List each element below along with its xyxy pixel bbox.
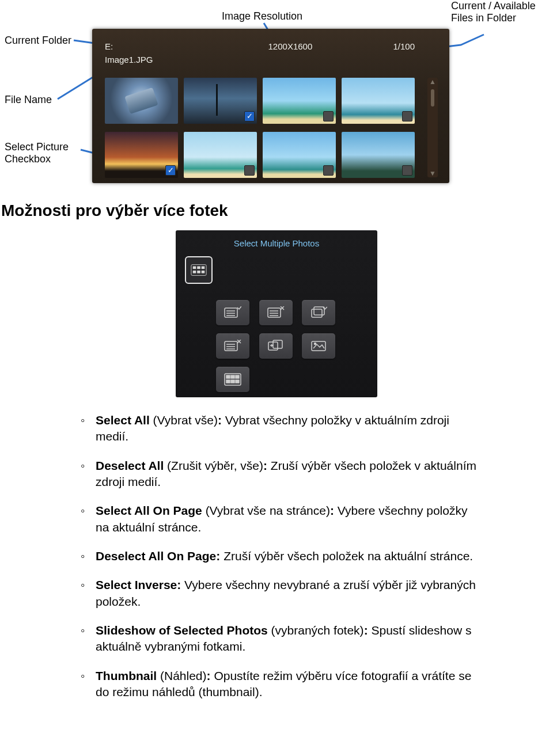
label-select-picture-checkbox: Select Picture Checkbox	[5, 141, 69, 165]
svg-point-31	[315, 343, 316, 345]
image-resolution-value: 1200X1600	[268, 41, 313, 64]
photo-browser-panel: E: Image1.JPG 1200X1600 1/100 ✓ ✓ ▲ ▼	[92, 29, 449, 183]
select-all-on-page-button[interactable]	[302, 300, 335, 325]
list-item: Select All (Vybrat vše): Vybrat všechny …	[81, 412, 484, 445]
thumbnail[interactable]: ✓	[105, 132, 178, 178]
thumbnail-grid: ✓ ✓	[105, 78, 415, 178]
browser-diagram: Current Folder File Name Select Picture …	[0, 0, 553, 190]
select-multiple-panel: Select Multiple Photos	[176, 230, 377, 397]
thumbnail[interactable]: ✓	[184, 78, 257, 124]
select-checkbox[interactable]: ✓	[244, 111, 255, 121]
scrollbar[interactable]: ▲ ▼	[427, 78, 438, 177]
thumbnail[interactable]	[342, 78, 415, 124]
scroll-up-icon[interactable]: ▲	[429, 78, 436, 86]
label-current-folder: Current Folder	[5, 35, 71, 47]
deselect-all-button[interactable]	[259, 300, 293, 325]
list-item: Select All On Page (Vybrat vše na stránc…	[81, 503, 484, 535]
label-image-resolution: Image Resolution	[222, 10, 302, 22]
list-item: Deselect All (Zrušit výběr, vše): Zruší …	[81, 458, 484, 491]
thumbnail-mode-icon[interactable]	[185, 256, 213, 284]
select-checkbox[interactable]	[402, 165, 412, 176]
list-item: Thumbnail (Náhled): Opustíte režim výběr…	[81, 668, 484, 701]
svg-rect-4	[193, 266, 196, 269]
select-checkbox[interactable]	[402, 111, 412, 121]
svg-rect-20	[312, 309, 322, 317]
slideshow-selected-button[interactable]	[302, 333, 335, 359]
select-inverse-button[interactable]	[259, 333, 293, 359]
list-item: Select Inverse: Vybere všechny nevybrané…	[81, 577, 484, 610]
thumbnail-return-button[interactable]	[216, 367, 249, 392]
svg-rect-7	[193, 271, 196, 273]
thumbnail[interactable]	[184, 132, 257, 178]
svg-rect-5	[197, 266, 200, 269]
select-checkbox[interactable]	[244, 165, 255, 176]
thumbnail[interactable]	[263, 78, 336, 124]
svg-rect-33	[226, 375, 230, 378]
select-multiple-diagram: Select Multiple Photos	[0, 230, 553, 397]
svg-rect-8	[197, 271, 200, 273]
select-checkbox[interactable]	[323, 111, 334, 121]
thumbnail[interactable]	[105, 78, 178, 124]
svg-rect-6	[202, 266, 205, 269]
svg-rect-38	[236, 380, 239, 383]
select-checkbox[interactable]	[323, 165, 334, 176]
list-item: Slideshow of Selected Photos (vybraných …	[81, 622, 484, 655]
file-name-value: Image1.JPG	[105, 55, 153, 64]
svg-rect-37	[231, 380, 234, 383]
scroll-handle[interactable]	[431, 89, 434, 107]
thumbnail[interactable]	[263, 132, 336, 178]
svg-rect-35	[236, 375, 239, 378]
file-counter-value: 1/100	[393, 41, 415, 64]
section-heading: Možnosti pro výběr více fotek	[1, 202, 553, 220]
label-file-name: File Name	[5, 94, 52, 106]
current-folder-value: E:	[105, 41, 153, 51]
panel-title: Select Multiple Photos	[185, 238, 368, 248]
svg-rect-9	[202, 271, 205, 273]
svg-rect-34	[231, 375, 234, 378]
deselect-all-on-page-button[interactable]	[216, 333, 249, 359]
scroll-down-icon[interactable]: ▼	[429, 169, 436, 177]
options-list: Select All (Vybrat vše): Vybrat všechny …	[81, 412, 484, 700]
select-checkbox[interactable]: ✓	[165, 165, 176, 176]
svg-rect-36	[226, 380, 230, 383]
list-item: Deselect All On Page: Zruší výběr všech …	[81, 548, 484, 564]
label-files-counter: Current / Available Files in Folder	[451, 0, 536, 24]
select-all-button[interactable]	[216, 300, 249, 325]
svg-rect-21	[314, 307, 324, 315]
thumbnail[interactable]	[342, 132, 415, 178]
